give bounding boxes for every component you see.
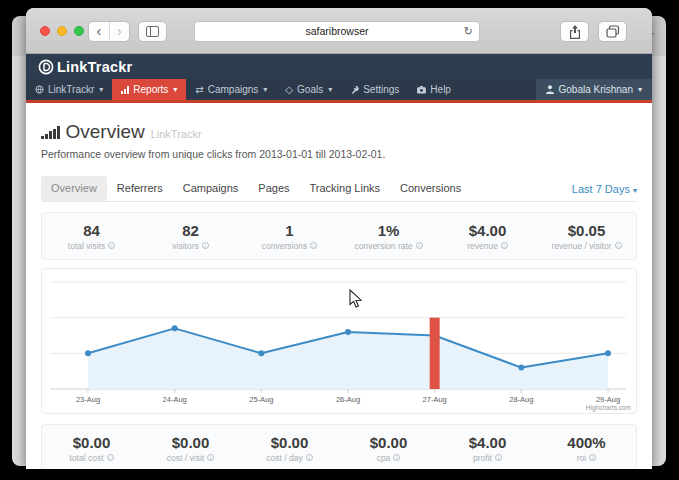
stat-value: $4.00 bbox=[438, 434, 537, 451]
stat-roi: 400% roii bbox=[537, 434, 636, 463]
address-text: safaribrowser bbox=[305, 25, 368, 37]
window-controls bbox=[40, 26, 84, 36]
browser-toolbar: ‹ › safaribrowser ↻ bbox=[26, 8, 652, 54]
stat-revenue-visitor: $0.05 revenue / visitori bbox=[537, 222, 636, 251]
info-icon[interactable]: i bbox=[107, 454, 114, 461]
page-title: Overview bbox=[66, 121, 145, 143]
address-bar[interactable]: safaribrowser ↻ bbox=[194, 21, 480, 42]
info-icon[interactable]: i bbox=[306, 454, 313, 461]
tab-overview-icon bbox=[606, 25, 620, 38]
nav-item-settings[interactable]: Settings bbox=[341, 79, 408, 100]
site-header: LinkTrackr bbox=[26, 54, 652, 79]
bar-chart-icon bbox=[41, 126, 60, 139]
stat-conversion-rate: 1% conversion ratei bbox=[339, 222, 438, 251]
site-nav: LinkTrackr ▾ Reports ▾ ⇄ Campaigns ▾ ◇ G… bbox=[26, 79, 652, 100]
info-icon[interactable]: i bbox=[615, 242, 622, 249]
info-icon[interactable]: i bbox=[393, 454, 400, 461]
svg-text:26-Aug: 26-Aug bbox=[336, 395, 360, 404]
svg-text:29-Aug: 29-Aug bbox=[596, 395, 620, 404]
stat-label: cost / day bbox=[266, 453, 302, 463]
info-icon[interactable]: i bbox=[495, 454, 502, 461]
top-stats-box: 84 total visitsi 82 visitorsi 1 conversi… bbox=[41, 212, 637, 260]
visits-chart[interactable]: 23-Aug24-Aug25-Aug26-Aug27-Aug28-Aug29-A… bbox=[42, 269, 634, 413]
zoom-window-button[interactable] bbox=[74, 26, 84, 36]
stat-value: 82 bbox=[141, 222, 240, 239]
tab-overview[interactable]: Overview bbox=[41, 176, 107, 201]
stat-label: total cost bbox=[69, 453, 103, 463]
tab-campaigns[interactable]: Campaigns bbox=[173, 176, 249, 201]
nav-item-campaigns[interactable]: ⇄ Campaigns ▾ bbox=[186, 79, 276, 100]
stat-value: $0.00 bbox=[141, 434, 240, 451]
stat-label: cpa bbox=[377, 453, 391, 463]
tab-conversions[interactable]: Conversions bbox=[390, 176, 471, 201]
info-icon[interactable]: i bbox=[589, 454, 596, 461]
stat-conversions: 1 conversionsi bbox=[240, 222, 339, 251]
nav-item-reports[interactable]: Reports ▾ bbox=[112, 79, 186, 100]
user-menu[interactable]: Gobala Krishnan ▾ bbox=[536, 79, 652, 100]
date-range-label: Last 7 Days bbox=[572, 183, 630, 195]
camera-icon bbox=[417, 86, 426, 94]
mouse-cursor bbox=[349, 289, 363, 309]
close-window-button[interactable] bbox=[40, 26, 50, 36]
user-icon bbox=[546, 85, 554, 94]
stat-value: $0.00 bbox=[42, 434, 141, 451]
nav-label: Reports bbox=[133, 84, 168, 95]
accent-divider bbox=[26, 100, 652, 103]
diamond-icon: ◇ bbox=[285, 84, 293, 95]
stat-value: $0.05 bbox=[537, 222, 636, 239]
page-head: Overview LinkTrackr Performance overview… bbox=[41, 121, 637, 160]
stat-cost-day: $0.00 cost / dayi bbox=[240, 434, 339, 463]
chevron-down-icon: ▾ bbox=[633, 186, 637, 195]
nav-item-help[interactable]: Help bbox=[408, 79, 460, 100]
shuffle-icon: ⇄ bbox=[195, 84, 203, 95]
tab-tracking-links[interactable]: Tracking Links bbox=[300, 176, 391, 201]
stat-label: conversion rate bbox=[354, 241, 412, 251]
stat-label: profit bbox=[473, 453, 492, 463]
page-description: Performance overview from unique clicks … bbox=[41, 148, 637, 160]
visits-chart-box: 23-Aug24-Aug25-Aug26-Aug27-Aug28-Aug29-A… bbox=[41, 268, 637, 414]
stat-label: visitors bbox=[172, 241, 198, 251]
chevron-down-icon: ▾ bbox=[173, 85, 177, 94]
info-icon[interactable]: i bbox=[416, 242, 423, 249]
stat-label: cost / visit bbox=[167, 453, 204, 463]
tab-pages[interactable]: Pages bbox=[248, 176, 299, 201]
tab-referrers[interactable]: Referrers bbox=[107, 176, 173, 201]
bottom-stats-box: $0.00 total costi $0.00 cost / visiti $0… bbox=[41, 424, 637, 469]
globe-icon bbox=[35, 85, 44, 94]
linktrackr-logo[interactable]: LinkTrackr bbox=[38, 59, 132, 75]
info-icon[interactable]: i bbox=[310, 242, 317, 249]
bar-chart-icon bbox=[121, 86, 129, 94]
sidebar-button[interactable] bbox=[138, 21, 167, 42]
nav-label: Campaigns bbox=[208, 84, 259, 95]
stat-value: $0.00 bbox=[240, 434, 339, 451]
nav-item-linktrackr[interactable]: LinkTrackr ▾ bbox=[26, 79, 112, 100]
share-button[interactable] bbox=[560, 21, 589, 42]
stat-label: total visits bbox=[68, 241, 105, 251]
stat-value: $4.00 bbox=[438, 222, 537, 239]
nav-label: Settings bbox=[363, 84, 399, 95]
show-tabs-button[interactable] bbox=[598, 21, 627, 42]
stat-value: 1% bbox=[339, 222, 438, 239]
info-icon[interactable]: i bbox=[108, 242, 115, 249]
info-icon[interactable]: i bbox=[501, 242, 508, 249]
stat-label: revenue / visitor bbox=[552, 241, 612, 251]
stat-profit: $4.00 profiti bbox=[438, 434, 537, 463]
back-button[interactable]: ‹ bbox=[89, 22, 109, 41]
minimize-window-button[interactable] bbox=[57, 26, 67, 36]
stat-value: 1 bbox=[240, 222, 339, 239]
svg-text:25-Aug: 25-Aug bbox=[249, 395, 273, 404]
date-range-select[interactable]: Last 7 Days ▾ bbox=[572, 183, 637, 195]
info-icon[interactable]: i bbox=[207, 454, 214, 461]
stat-visitors: 82 visitorsi bbox=[141, 222, 240, 251]
nav-label: LinkTrackr bbox=[48, 84, 94, 95]
reload-icon[interactable]: ↻ bbox=[464, 22, 473, 41]
stat-label: revenue bbox=[467, 241, 498, 251]
info-icon[interactable]: i bbox=[202, 242, 209, 249]
report-tabs: Overview Referrers Campaigns Pages Track… bbox=[41, 176, 637, 202]
stat-cost-visit: $0.00 cost / visiti bbox=[141, 434, 240, 463]
forward-button[interactable]: › bbox=[109, 22, 130, 41]
nav-item-goals[interactable]: ◇ Goals ▾ bbox=[276, 79, 341, 100]
chevron-down-icon: ▾ bbox=[328, 85, 332, 94]
page-title-suffix: LinkTrackr bbox=[151, 128, 202, 140]
stat-label: conversions bbox=[262, 241, 307, 251]
